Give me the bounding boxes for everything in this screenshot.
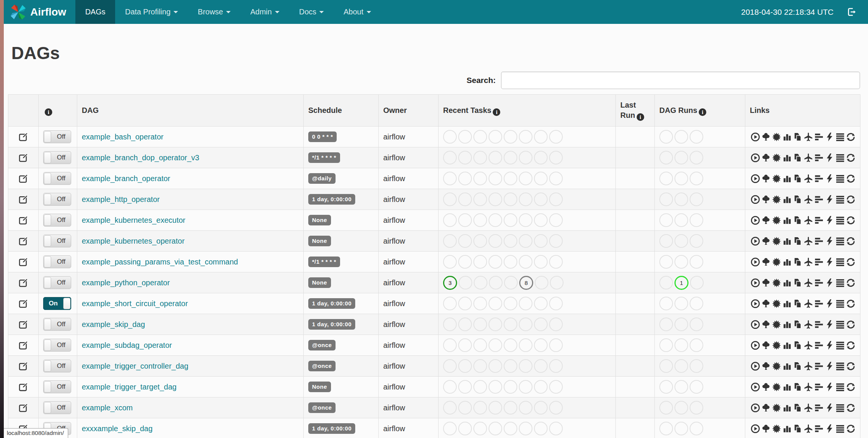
dag-run-circle[interactable]: 1 xyxy=(674,276,688,290)
landing-times-icon[interactable] xyxy=(804,278,813,288)
gantt-view-icon[interactable] xyxy=(814,361,824,371)
task-tries-icon[interactable] xyxy=(793,236,802,246)
code-view-icon[interactable] xyxy=(825,195,834,204)
code-view-icon[interactable] xyxy=(825,361,834,371)
landing-times-icon[interactable] xyxy=(804,195,813,204)
landing-times-icon[interactable] xyxy=(804,382,813,392)
logs-icon[interactable] xyxy=(835,257,845,267)
trigger-dag-icon[interactable] xyxy=(751,132,760,142)
task-duration-icon[interactable] xyxy=(782,257,792,267)
trigger-dag-icon[interactable] xyxy=(751,299,760,308)
graph-view-icon[interactable] xyxy=(772,403,781,413)
dag-link[interactable]: example_bash_operator xyxy=(82,133,164,141)
graph-view-icon[interactable] xyxy=(772,278,781,288)
tree-view-icon[interactable] xyxy=(761,382,771,392)
tree-view-icon[interactable] xyxy=(761,153,771,163)
tree-view-icon[interactable] xyxy=(761,361,771,371)
task-tries-icon[interactable] xyxy=(793,257,802,267)
landing-times-icon[interactable] xyxy=(804,257,813,267)
edit-dag-icon[interactable] xyxy=(19,132,28,142)
logs-icon[interactable] xyxy=(835,236,845,246)
refresh-icon[interactable] xyxy=(846,257,856,267)
tree-view-icon[interactable] xyxy=(761,174,771,183)
dag-link[interactable]: example_kubernetes_executor xyxy=(82,216,186,224)
code-view-icon[interactable] xyxy=(825,320,834,329)
edit-dag-icon[interactable] xyxy=(19,195,28,204)
dag-pause-toggle[interactable]: Off xyxy=(43,235,71,247)
nav-item-docs[interactable]: Docs xyxy=(289,0,334,24)
dag-link[interactable]: example_skip_dag xyxy=(82,320,145,328)
graph-view-icon[interactable] xyxy=(772,216,781,225)
brand-link[interactable]: Airflow xyxy=(4,0,75,24)
tree-view-icon[interactable] xyxy=(761,403,771,413)
task-state-circle[interactable]: 8 xyxy=(519,276,533,290)
trigger-dag-icon[interactable] xyxy=(751,320,760,329)
graph-view-icon[interactable] xyxy=(772,174,781,183)
landing-times-icon[interactable] xyxy=(804,403,813,413)
tree-view-icon[interactable] xyxy=(761,341,771,350)
gantt-view-icon[interactable] xyxy=(814,424,824,433)
graph-view-icon[interactable] xyxy=(772,153,781,163)
logs-icon[interactable] xyxy=(835,403,845,413)
trigger-dag-icon[interactable] xyxy=(751,236,760,246)
refresh-icon[interactable] xyxy=(846,236,856,246)
dag-pause-toggle[interactable]: Off xyxy=(43,130,71,143)
trigger-dag-icon[interactable] xyxy=(751,361,760,371)
trigger-dag-icon[interactable] xyxy=(751,195,760,204)
edit-dag-icon[interactable] xyxy=(19,216,28,225)
refresh-icon[interactable] xyxy=(846,424,856,433)
landing-times-icon[interactable] xyxy=(804,216,813,225)
logs-icon[interactable] xyxy=(835,216,845,225)
graph-view-icon[interactable] xyxy=(772,236,781,246)
edit-dag-icon[interactable] xyxy=(19,361,28,371)
task-duration-icon[interactable] xyxy=(782,278,792,288)
dag-link[interactable]: example_python_operator xyxy=(82,278,170,287)
landing-times-icon[interactable] xyxy=(804,236,813,246)
task-tries-icon[interactable] xyxy=(793,195,802,204)
dag-pause-toggle[interactable]: Off xyxy=(43,401,71,414)
edit-dag-icon[interactable] xyxy=(19,382,28,392)
logs-icon[interactable] xyxy=(835,341,845,350)
graph-view-icon[interactable] xyxy=(772,361,781,371)
code-view-icon[interactable] xyxy=(825,257,834,267)
dag-link[interactable]: example_subdag_operator xyxy=(82,341,172,349)
refresh-icon[interactable] xyxy=(846,403,856,413)
logs-icon[interactable] xyxy=(835,320,845,329)
task-tries-icon[interactable] xyxy=(793,153,802,163)
graph-view-icon[interactable] xyxy=(772,424,781,433)
trigger-dag-icon[interactable] xyxy=(751,278,760,288)
task-tries-icon[interactable] xyxy=(793,403,802,413)
edit-dag-icon[interactable] xyxy=(19,341,28,350)
dag-link[interactable]: example_http_operator xyxy=(82,195,160,203)
gantt-view-icon[interactable] xyxy=(814,382,824,392)
dag-link[interactable]: example_passing_params_via_test_command xyxy=(82,258,238,266)
trigger-dag-icon[interactable] xyxy=(751,403,760,413)
graph-view-icon[interactable] xyxy=(772,320,781,329)
tree-view-icon[interactable] xyxy=(761,299,771,308)
dag-pause-toggle[interactable]: Off xyxy=(43,255,71,268)
code-view-icon[interactable] xyxy=(825,403,834,413)
graph-view-icon[interactable] xyxy=(772,195,781,204)
tree-view-icon[interactable] xyxy=(761,216,771,225)
dag-pause-toggle[interactable]: Off xyxy=(43,318,71,331)
dag-pause-toggle[interactable]: Off xyxy=(43,214,71,227)
refresh-icon[interactable] xyxy=(846,216,856,225)
dag-link[interactable]: exxxample_skip_dag xyxy=(82,424,153,433)
task-duration-icon[interactable] xyxy=(782,361,792,371)
dag-link[interactable]: example_kubernetes_operator xyxy=(82,237,184,245)
task-duration-icon[interactable] xyxy=(782,382,792,392)
logs-icon[interactable] xyxy=(835,299,845,308)
code-view-icon[interactable] xyxy=(825,216,834,225)
trigger-dag-icon[interactable] xyxy=(751,424,760,433)
task-duration-icon[interactable] xyxy=(782,216,792,225)
logs-icon[interactable] xyxy=(835,174,845,183)
dag-pause-toggle[interactable]: Off xyxy=(43,339,71,352)
trigger-dag-icon[interactable] xyxy=(751,216,760,225)
gantt-view-icon[interactable] xyxy=(814,216,824,225)
refresh-icon[interactable] xyxy=(846,174,856,183)
gantt-view-icon[interactable] xyxy=(814,257,824,267)
task-tries-icon[interactable] xyxy=(793,382,802,392)
task-tries-icon[interactable] xyxy=(793,361,802,371)
sign-out-button[interactable] xyxy=(846,7,857,17)
task-duration-icon[interactable] xyxy=(782,153,792,163)
